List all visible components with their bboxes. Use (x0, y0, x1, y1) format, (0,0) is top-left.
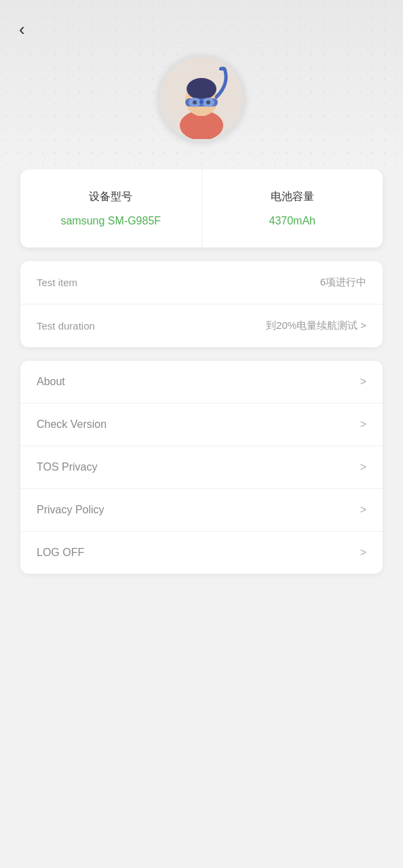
test-item-row: Test item 6项进行中 (20, 261, 383, 304)
test-duration-value: 到20%电量续航测试 > (266, 319, 366, 332)
logoff-arrow: > (360, 547, 366, 559)
info-cards: 设备型号 samsung SM-G985F 电池容量 4370mAh (20, 170, 383, 248)
battery-value: 4370mAh (269, 215, 316, 227)
check-version-menu-item[interactable]: Check Version > (20, 403, 383, 446)
about-label: About (37, 376, 65, 388)
test-item-value: 6项进行中 (320, 276, 366, 289)
privacy-policy-arrow: > (360, 504, 366, 516)
avatar (157, 54, 246, 142)
tos-privacy-label: TOS Privacy (37, 461, 98, 473)
test-item-label: Test item (37, 277, 77, 288)
svg-rect-8 (199, 100, 204, 104)
menu-section: About > Check Version > TOS Privacy > Pr… (20, 361, 383, 574)
svg-point-11 (206, 100, 210, 104)
privacy-policy-label: Privacy Policy (37, 504, 104, 516)
test-info-section: Test item 6项进行中 Test duration 到20%电量续航测试… (20, 261, 383, 347)
logoff-label: LOG OFF (37, 547, 84, 559)
tos-privacy-arrow: > (360, 461, 366, 473)
test-duration-row: Test duration 到20%电量续航测试 > (20, 304, 383, 347)
avatar-svg (161, 58, 242, 139)
logoff-menu-item[interactable]: LOG OFF > (20, 532, 383, 574)
device-card: 设备型号 samsung SM-G985F (20, 170, 202, 248)
check-version-arrow: > (360, 418, 366, 431)
back-button[interactable]: ‹ (14, 14, 31, 45)
battery-label: 电池容量 (271, 190, 314, 204)
test-duration-label: Test duration (37, 320, 95, 332)
privacy-policy-menu-item[interactable]: Privacy Policy > (20, 489, 383, 532)
about-arrow: > (360, 376, 366, 388)
about-menu-item[interactable]: About > (20, 361, 383, 403)
device-value: samsung SM-G985F (60, 215, 161, 227)
tos-privacy-menu-item[interactable]: TOS Privacy > (20, 446, 383, 489)
svg-point-4 (187, 78, 216, 100)
check-version-label: Check Version (37, 418, 107, 431)
header-section (0, 0, 403, 170)
svg-rect-9 (219, 67, 226, 71)
svg-point-10 (193, 100, 197, 104)
device-label: 设备型号 (89, 190, 132, 204)
battery-card: 电池容量 4370mAh (202, 170, 383, 248)
